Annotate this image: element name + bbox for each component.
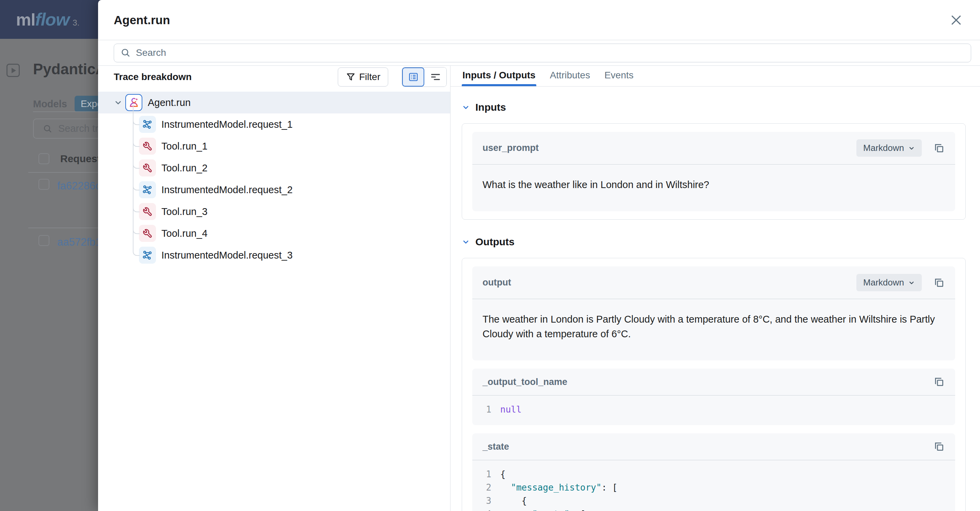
tree-node-model-request-3[interactable]: InstrumentedModel.request_3 xyxy=(98,244,450,266)
tree-node-label: Tool.run_1 xyxy=(161,141,207,152)
logo-flow-text: flow xyxy=(35,9,69,30)
close-icon xyxy=(949,13,963,27)
copy-icon xyxy=(933,142,945,154)
tool-icon xyxy=(142,207,153,216)
model-icon xyxy=(142,119,153,129)
logo-ml-text: ml xyxy=(16,10,35,30)
tree-node-model-request-1[interactable]: InstrumentedModel.request_1 xyxy=(98,113,450,135)
field-key: user_prompt xyxy=(482,143,539,153)
search-icon xyxy=(43,124,53,134)
tree-node-label: Tool.run_4 xyxy=(161,228,207,239)
row-checkbox[interactable] xyxy=(38,179,49,190)
tree-node-label: Tool.run_3 xyxy=(161,206,207,217)
modal-header: Agent.run xyxy=(98,0,980,40)
copy-icon xyxy=(933,376,945,388)
tool-icon xyxy=(142,228,153,239)
select-all-checkbox[interactable] xyxy=(38,153,49,164)
tree-node-label: InstrumentedModel.request_1 xyxy=(161,119,293,130)
state-field: _state 1 { xyxy=(472,433,955,511)
tree-node-tool-run-2[interactable]: Tool.run_2 xyxy=(98,157,450,179)
renderer-select[interactable]: Markdown xyxy=(856,274,922,291)
copy-icon xyxy=(933,277,945,288)
span-detail-panel: Inputs / Outputs Attributes Events Input… xyxy=(450,66,980,511)
chevron-down-icon xyxy=(114,98,123,107)
tree-node-label: InstrumentedModel.request_3 xyxy=(161,250,293,261)
chevron-down-icon xyxy=(462,103,470,111)
tool-icon xyxy=(142,141,153,151)
trace-breakdown-panel: Trace breakdown Filter xyxy=(98,66,450,511)
span-tree: Agent.run InstrumentedModel.request_1 To… xyxy=(98,88,450,511)
tree-node-tool-run-4[interactable]: Tool.run_4 xyxy=(98,223,450,244)
trace-detail-modal: Agent.run Trace breakdown Filter xyxy=(98,0,980,511)
tree-node-agent-run[interactable]: Agent.run xyxy=(98,92,450,113)
copy-button[interactable] xyxy=(933,376,945,388)
experiment-title: PydanticA xyxy=(33,60,106,78)
inputs-section-title: Inputs xyxy=(476,102,506,113)
trace-link[interactable]: fa62286c xyxy=(57,180,101,192)
copy-icon xyxy=(933,441,945,452)
outputs-card: output Markdown The w xyxy=(462,258,966,511)
user-prompt-field: user_prompt Markdown xyxy=(472,132,955,211)
output-field: output Markdown The w xyxy=(472,266,955,360)
view-toggle-group xyxy=(402,67,447,87)
output-tool-name-field: _output_tool_name 1 null xyxy=(472,369,955,425)
tab-inputs-outputs[interactable]: Inputs / Outputs xyxy=(462,70,536,86)
tree-node-label: Agent.run xyxy=(148,97,191,108)
close-button[interactable] xyxy=(949,13,964,28)
model-icon xyxy=(142,185,153,195)
field-key: _state xyxy=(482,441,509,452)
trace-breakdown-title: Trace breakdown xyxy=(114,72,192,83)
timeline-view-icon xyxy=(430,72,441,83)
row-checkbox[interactable] xyxy=(38,235,49,246)
outputs-section-title: Outputs xyxy=(476,236,514,248)
model-icon xyxy=(142,250,153,260)
request-column-header: Request xyxy=(60,153,100,164)
filter-icon xyxy=(345,72,356,82)
modal-title: Agent.run xyxy=(114,13,170,27)
timeline-view-toggle[interactable] xyxy=(424,67,446,86)
list-view-icon xyxy=(408,72,419,83)
sidebar-expand-icon[interactable] xyxy=(6,64,20,77)
inputs-card: user_prompt Markdown xyxy=(462,123,966,220)
detail-tabs: Inputs / Outputs Attributes Events xyxy=(450,66,980,86)
chevron-down-icon xyxy=(908,145,915,151)
field-value: What is the weather like in London and i… xyxy=(472,164,955,211)
copy-button[interactable] xyxy=(933,277,945,288)
code-block: 1 { 2 "message_history": [ 3 { xyxy=(472,460,955,511)
chevron-down-icon xyxy=(462,238,470,246)
tree-node-label: InstrumentedModel.request_2 xyxy=(161,184,293,196)
outputs-section-header[interactable]: Outputs xyxy=(462,236,966,248)
tree-node-label: Tool.run_2 xyxy=(161,162,207,174)
span-search[interactable] xyxy=(114,44,971,62)
tree-node-tool-run-1[interactable]: Tool.run_1 xyxy=(98,135,450,157)
tab-events[interactable]: Events xyxy=(604,70,635,86)
field-key: _output_tool_name xyxy=(482,377,567,387)
copy-button[interactable] xyxy=(933,441,945,452)
code-block: 1 null xyxy=(472,395,955,425)
logo-version: 3. xyxy=(73,18,80,28)
chevron-down-icon xyxy=(908,279,915,286)
tree-node-tool-run-3[interactable]: Tool.run_3 xyxy=(98,201,450,223)
tree-node-model-request-2[interactable]: InstrumentedModel.request_2 xyxy=(98,179,450,201)
field-value: The weather in London is Partly Cloudy w… xyxy=(472,299,955,360)
tree-view-toggle[interactable] xyxy=(402,67,424,86)
renderer-select[interactable]: Markdown xyxy=(856,139,922,157)
detail-content: Inputs user_prompt Markdown xyxy=(450,86,980,511)
trace-link[interactable]: aa572fb1 xyxy=(57,236,101,248)
field-key: output xyxy=(482,277,511,288)
search-icon xyxy=(120,47,131,58)
copy-button[interactable] xyxy=(933,142,945,154)
tab-attributes[interactable]: Attributes xyxy=(549,70,591,86)
mlflow-logo[interactable]: ml flow 3. xyxy=(16,9,80,30)
tab-models[interactable]: Models xyxy=(33,99,67,110)
inputs-section-header[interactable]: Inputs xyxy=(462,102,966,113)
tool-icon xyxy=(142,163,153,173)
span-search-input[interactable] xyxy=(136,47,971,58)
filter-button[interactable]: Filter xyxy=(338,67,388,86)
modal-search-row xyxy=(98,40,980,66)
